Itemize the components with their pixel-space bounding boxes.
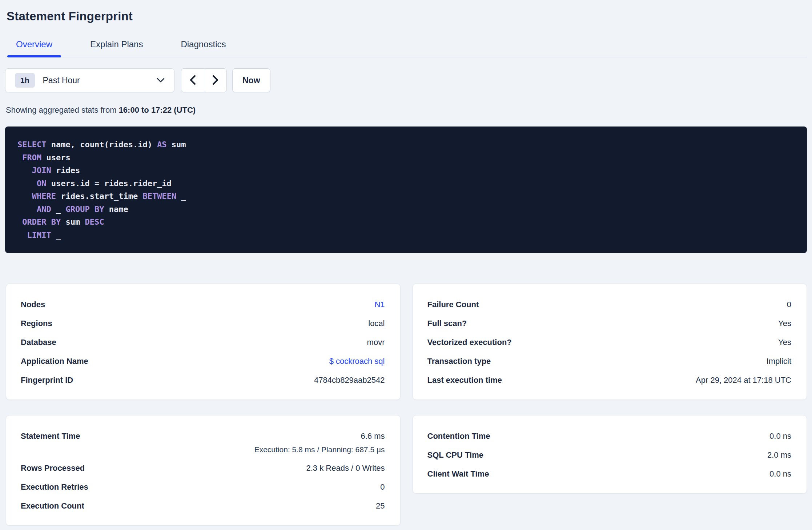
database-value: movr — [367, 338, 385, 347]
statement-fingerprint-page: Statement Fingerprint Overview Explain P… — [0, 9, 812, 526]
statement-time-value-wrap: 6.6 msExecution: 5.8 ms / Planning: 687.… — [254, 431, 385, 454]
sql-line: AND _ GROUP BY name — [17, 203, 794, 216]
client-wait-time-label: Client Wait Time — [427, 469, 489, 479]
previous-time-button[interactable] — [181, 69, 204, 92]
fingerprint-id-value-wrap: 4784cb829aab2542 — [314, 376, 385, 385]
next-time-button[interactable] — [204, 69, 226, 92]
sql-keyword: LIMIT — [27, 230, 51, 240]
stat-row-full-scan: Full scan?Yes — [427, 314, 792, 333]
tab-diagnostics[interactable]: Diagnostics — [172, 33, 234, 57]
sql-statement-box: SELECT name, count(rides.id) AS sum FROM… — [5, 127, 807, 253]
nodes-link[interactable]: N1 — [374, 300, 385, 309]
sql-keyword: BETWEEN — [142, 192, 176, 201]
application-name-value-wrap: $ cockroach sql — [329, 357, 385, 366]
sql-text: _ — [176, 192, 186, 201]
sql-keyword: ON — [37, 179, 47, 188]
regions-value: local — [368, 319, 385, 328]
sql-text: sum — [167, 140, 186, 149]
contention-time-value-wrap: 0.0 ns — [769, 431, 791, 441]
time-toolbar: 1h Past Hour Now — [5, 68, 807, 92]
time-nav-group — [181, 68, 227, 92]
time-range-label: Past Hour — [43, 76, 80, 85]
sql-keyword: FROM — [22, 153, 41, 162]
contention-time-label: Contention Time — [427, 431, 490, 441]
now-button[interactable]: Now — [232, 68, 270, 92]
transaction-type-value: Implicit — [767, 357, 791, 366]
last-execution-time-value-wrap: Apr 29, 2024 at 17:18 UTC — [696, 376, 791, 385]
application-name-link[interactable]: $ cockroach sql — [329, 357, 385, 366]
execution-retries-value: 0 — [380, 482, 385, 492]
sql-line: FROM users — [17, 151, 794, 164]
sql-text: rides.start_time — [56, 192, 142, 201]
page-title: Statement Fingerprint — [7, 9, 807, 23]
statement-time-value: 6.6 ms — [361, 431, 385, 441]
stat-row-fingerprint-id: Fingerprint ID4784cb829aab2542 — [21, 371, 385, 390]
execution-count-label: Execution Count — [21, 501, 84, 511]
sql-text — [17, 230, 27, 240]
stat-row-contention-time: Contention Time0.0 ns — [427, 427, 792, 446]
tab-overview[interactable]: Overview — [7, 33, 61, 57]
database-label: Database — [21, 338, 56, 347]
stat-row-sql-cpu-time: SQL CPU Time2.0 ms — [427, 446, 792, 465]
full-scan-value: Yes — [778, 319, 791, 328]
stat-row-nodes: NodesN1 — [21, 295, 385, 314]
transaction-type-value-wrap: Implicit — [767, 357, 791, 366]
stat-row-client-wait-time: Client Wait Time0.0 ns — [427, 465, 792, 483]
stat-row-transaction-type: Transaction typeImplicit — [427, 352, 792, 371]
last-execution-time-value: Apr 29, 2024 at 17:18 UTC — [696, 376, 791, 385]
tab-bar: Overview Explain Plans Diagnostics — [5, 33, 807, 57]
sql-statement: SELECT name, count(rides.id) AS sum FROM… — [17, 138, 794, 241]
overview-meta-card: NodesN1RegionslocalDatabasemovrApplicati… — [6, 284, 401, 400]
last-execution-time-label: Last execution time — [427, 376, 502, 385]
chevron-right-icon — [212, 75, 219, 86]
sql-line: WHERE rides.start_time BETWEEN _ — [17, 190, 794, 203]
sql-keyword: AS — [157, 140, 167, 149]
transaction-type-label: Transaction type — [427, 357, 491, 366]
sql-keyword: ORDER BY — [22, 217, 61, 226]
client-wait-time-value: 0.0 ns — [769, 469, 791, 479]
time-range-badge: 1h — [15, 73, 35, 88]
sql-text — [17, 166, 32, 175]
timing-stats-card: Statement Time6.6 msExecution: 5.8 ms / … — [6, 415, 401, 526]
sql-cpu-time-label: SQL CPU Time — [427, 450, 483, 460]
sql-line: JOIN rides — [17, 164, 794, 177]
nodes-label: Nodes — [21, 300, 45, 309]
sql-keyword: WHERE — [32, 192, 56, 201]
aggregated-stats-prefix: Showing aggregated stats from — [6, 105, 119, 115]
execution-attributes-card: Failure Count0Full scan?YesVectorized ex… — [413, 284, 807, 400]
sql-text: sum — [61, 217, 85, 226]
sql-keyword: GROUP BY — [65, 205, 104, 214]
stat-row-application-name: Application Name$ cockroach sql — [21, 352, 385, 371]
statement-time-breakdown: Execution: 5.8 ms / Planning: 687.5 µs — [254, 445, 385, 454]
vectorized-execution-label: Vectorized execution? — [427, 338, 512, 347]
time-range-dropdown[interactable]: 1h Past Hour — [5, 68, 174, 92]
tab-explain-plans[interactable]: Explain Plans — [81, 33, 152, 57]
sql-text: _ — [51, 230, 61, 240]
regions-value-wrap: local — [368, 319, 385, 328]
sql-text — [17, 179, 37, 188]
contention-time-value: 0.0 ns — [769, 431, 791, 441]
fingerprint-id-label: Fingerprint ID — [21, 376, 73, 385]
sql-keyword: DESC — [85, 217, 104, 226]
database-value-wrap: movr — [367, 338, 385, 347]
sql-keyword: JOIN — [32, 166, 51, 175]
full-scan-label: Full scan? — [427, 319, 467, 328]
stat-row-vectorized-execution: Vectorized execution?Yes — [427, 333, 792, 352]
aggregated-stats-line: Showing aggregated stats from 16:00 to 1… — [5, 105, 807, 115]
sql-text — [17, 205, 37, 214]
sql-line: ON users.id = rides.rider_id — [17, 177, 794, 190]
stat-row-regions: Regionslocal — [21, 314, 385, 333]
client-wait-time-value-wrap: 0.0 ns — [769, 469, 791, 479]
sql-keyword: AND — [37, 205, 51, 214]
sql-text: users — [41, 153, 70, 162]
stat-row-rows-processed: Rows Processed2.3 k Reads / 0 Writes — [21, 459, 385, 478]
chevron-down-icon — [157, 78, 165, 83]
sql-cpu-time-value: 2.0 ms — [767, 450, 791, 460]
stat-row-failure-count: Failure Count0 — [427, 295, 792, 314]
vectorized-execution-value: Yes — [778, 338, 791, 347]
failure-count-value: 0 — [787, 300, 791, 309]
stat-row-last-execution-time: Last execution timeApr 29, 2024 at 17:18… — [427, 371, 792, 390]
stat-row-database: Databasemovr — [21, 333, 385, 352]
execution-retries-value-wrap: 0 — [380, 482, 385, 492]
sql-line: SELECT name, count(rides.id) AS sum — [17, 138, 794, 151]
